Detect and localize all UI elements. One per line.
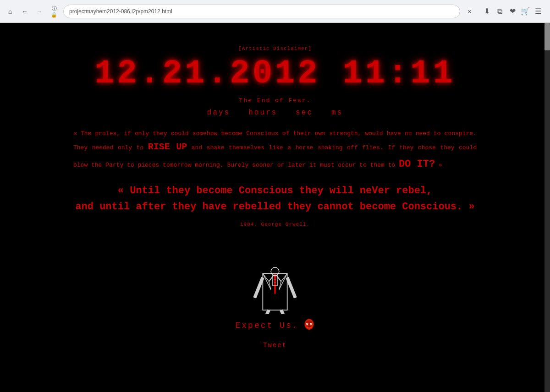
forward-button[interactable]: → (33, 5, 46, 18)
svg-marker-3 (274, 274, 276, 294)
label-hours: hours (248, 109, 277, 117)
svg-point-18 (310, 324, 312, 325)
label-sec: sec (296, 109, 313, 117)
address-bar[interactable]: projectmayhem2012-086.i2p/pm2012.html (63, 5, 460, 18)
download-icon[interactable]: ⬇ (482, 7, 491, 16)
browser-icons: ⬇ ⧉ ❤ 🛒 ☰ (478, 7, 546, 16)
svg-line-6 (267, 310, 269, 314)
countdown-numbers: 12.21.2012 11:11 (94, 55, 455, 93)
inner-content: [Artistic Disclaimer] 12.21.2012 11:11 T… (0, 23, 550, 367)
svg-point-10 (275, 277, 275, 278)
label-ms: ms (331, 109, 343, 117)
guy-fawkes-icon (303, 319, 315, 332)
countdown-labels: days hours sec ms (207, 109, 343, 117)
page-content: [Artistic Disclaimer] 12.21.2012 11:11 T… (0, 23, 550, 392)
label-days: days (207, 109, 230, 117)
quote-text-part3: » (435, 162, 442, 169)
small-quote: « The proles, if only they could somehow… (73, 128, 477, 174)
svg-line-5 (287, 278, 296, 298)
svg-point-11 (275, 279, 275, 280)
close-tab-button[interactable]: × (463, 5, 476, 18)
menu-icon[interactable]: ☰ (534, 7, 543, 16)
url-text: projectmayhem2012-086.i2p/pm2012.html (69, 8, 172, 15)
countdown-display: 12.21.2012 11:11 (94, 55, 455, 93)
svg-line-7 (281, 310, 283, 314)
pocket-icon[interactable]: ❤ (508, 7, 517, 16)
tweet-button[interactable]: Tweet (263, 342, 287, 349)
attribution: 1984. George Orwell. (240, 222, 310, 227)
cart-icon[interactable]: 🛒 (521, 7, 530, 16)
big-quote-line2: and until after they have rebelled they … (73, 199, 477, 215)
countdown-subtitle: The End of Fear. (239, 97, 311, 104)
svg-point-17 (307, 324, 308, 325)
tab-icon[interactable]: ⧉ (495, 7, 504, 16)
home-button[interactable]: ⌂ (4, 5, 16, 18)
svg-point-12 (275, 282, 275, 283)
artistic-disclaimer: [Artistic Disclaimer] (238, 46, 312, 51)
do-it-text: DO IT? (399, 158, 435, 170)
svg-point-19 (308, 326, 309, 327)
back-button[interactable]: ← (18, 5, 31, 18)
browser-window: ⌂ ← → ⓘ 🔒 projectmayhem2012-086.i2p/pm20… (0, 0, 550, 392)
nav-buttons: ⌂ ← → ⓘ 🔒 (4, 5, 60, 18)
anonymous-figure (248, 241, 302, 314)
svg-rect-8 (271, 267, 279, 276)
svg-line-4 (255, 278, 263, 298)
scrollbar[interactable] (544, 23, 550, 392)
big-quote: « Until they become Conscious they will … (73, 183, 477, 215)
big-quote-line1: « Until they become Conscious they will … (73, 183, 477, 199)
rise-up-text: RISE UP (148, 142, 187, 152)
secure-icon: ⓘ 🔒 (48, 5, 60, 18)
expect-us-section: Expect Us. (235, 319, 314, 332)
scrollbar-thumb[interactable] (544, 23, 550, 50)
browser-toolbar: ⌂ ← → ⓘ 🔒 projectmayhem2012-086.i2p/pm20… (0, 0, 550, 23)
expect-us-text: Expect Us. (235, 321, 298, 330)
